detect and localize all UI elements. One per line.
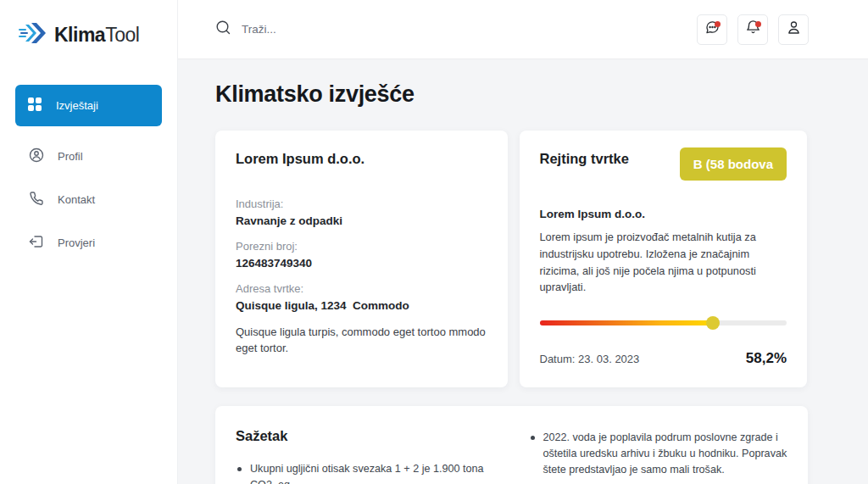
user-circle-icon — [29, 147, 44, 165]
sidebar-item-provjeri[interactable]: Provjeri — [15, 223, 162, 263]
summary-grid: Sažetak Ukupni ugljični otisak svezaka 1… — [236, 428, 787, 484]
app-logo: KlimaTool — [0, 0, 177, 47]
search-bar — [215, 19, 697, 39]
company-card: Lorem Ipsum d.o.o. Industrija: Ravnanje … — [215, 131, 508, 387]
app-title: KlimaTool — [54, 24, 139, 47]
profile-button[interactable] — [778, 14, 809, 45]
sidebar-item-label: Provjeri — [58, 236, 95, 249]
summary-bullets-right: 2022. voda je poplavila podrum poslovne … — [529, 430, 788, 484]
field-label: Porezni broj: — [236, 240, 487, 253]
user-icon — [786, 19, 802, 39]
field-value: Ravnanje z odpadki — [236, 214, 487, 227]
sidebar-item-kontakt[interactable]: Kontakt — [15, 180, 162, 220]
logout-icon — [29, 234, 44, 252]
rating-company-name: Lorem Ipsum d.o.o. — [540, 208, 787, 220]
field-address: Adresa tvrtke: Quisque ligula, 1234 Comm… — [236, 282, 487, 312]
notifications-button[interactable] — [737, 14, 768, 45]
main-content: Klimatsko izvješće Lorem Ipsum d.o.o. In… — [178, 59, 868, 484]
company-note: Quisque ligula turpis, commodo eget tort… — [236, 325, 487, 357]
rating-card: Rejting tvrtke B (58 bodova Lorem Ipsum … — [520, 131, 808, 387]
brand-light: Tool — [105, 24, 139, 46]
field-label: Industrija: — [236, 197, 487, 210]
brand-bold: Klima — [54, 24, 105, 46]
page-title: Klimatsko izvješće — [215, 81, 807, 108]
grid-icon — [27, 97, 42, 114]
risk-slider — [540, 316, 787, 330]
field-value: Quisque ligula, 1234 Commodo — [236, 299, 487, 312]
sidebar-item-izvjestaji[interactable]: Izvještaji — [15, 85, 162, 126]
field-industry: Industrija: Ravnanje z odpadki — [236, 197, 487, 227]
header-actions — [697, 14, 809, 45]
field-label: Adresa tvrtke: — [236, 282, 487, 295]
rating-percent: 58,2% — [746, 350, 787, 367]
phone-icon — [29, 191, 44, 209]
risk-slider-knob[interactable] — [706, 316, 720, 330]
rating-date: Datum: 23. 03. 2023 — [540, 353, 640, 365]
messages-button[interactable] — [697, 14, 727, 45]
rating-footer: Datum: 23. 03. 2023 58,2% — [540, 350, 787, 367]
summary-card: Sažetak Ukupni ugljični otisak svezaka 1… — [215, 406, 808, 484]
klimatool-logo-icon — [19, 22, 49, 47]
notification-dot — [755, 21, 761, 27]
summary-bullet: Ukupni ugljični otisak svezaka 1 + 2 je … — [236, 461, 495, 484]
sidebar-item-label: Izvještaji — [56, 99, 98, 112]
sidebar-item-label: Kontakt — [58, 193, 95, 206]
notification-dot — [715, 21, 721, 27]
field-value: 126483749340 — [236, 257, 487, 270]
company-fields: Industrija: Ravnanje z odpadki Porezni b… — [236, 197, 487, 312]
summary-bullet: 2022. voda je poplavila podrum poslovne … — [529, 430, 788, 478]
rating-badge: B (58 bodova — [680, 147, 787, 181]
rating-description: Lorem ipsum je proizvođač metalnih kutij… — [540, 229, 787, 296]
risk-slider-fill — [540, 320, 713, 325]
company-card-title: Lorem Ipsum d.o.o. — [236, 151, 487, 167]
field-tax-number: Porezni broj: 126483749340 — [236, 240, 487, 270]
sidebar-item-profil[interactable]: Profil — [15, 136, 162, 176]
top-bar — [178, 0, 868, 59]
sidebar-item-label: Profil — [58, 150, 83, 163]
search-input[interactable] — [242, 23, 496, 36]
summary-title: Sažetak — [236, 428, 495, 444]
sidebar: KlimaTool Izvještaji Prof — [0, 0, 178, 484]
summary-bullets-left: Ukupni ugljični otisak svezaka 1 + 2 je … — [236, 461, 495, 484]
sidebar-nav: Izvještaji Profil Kontakt — [0, 85, 177, 263]
summary-column-left: Sažetak Ukupni ugljični otisak svezaka 1… — [236, 428, 495, 484]
summary-column-right: 2022. voda je poplavila podrum poslovne … — [529, 428, 788, 484]
cards-row: Lorem Ipsum d.o.o. Industrija: Ravnanje … — [215, 131, 807, 387]
search-icon — [215, 19, 231, 39]
